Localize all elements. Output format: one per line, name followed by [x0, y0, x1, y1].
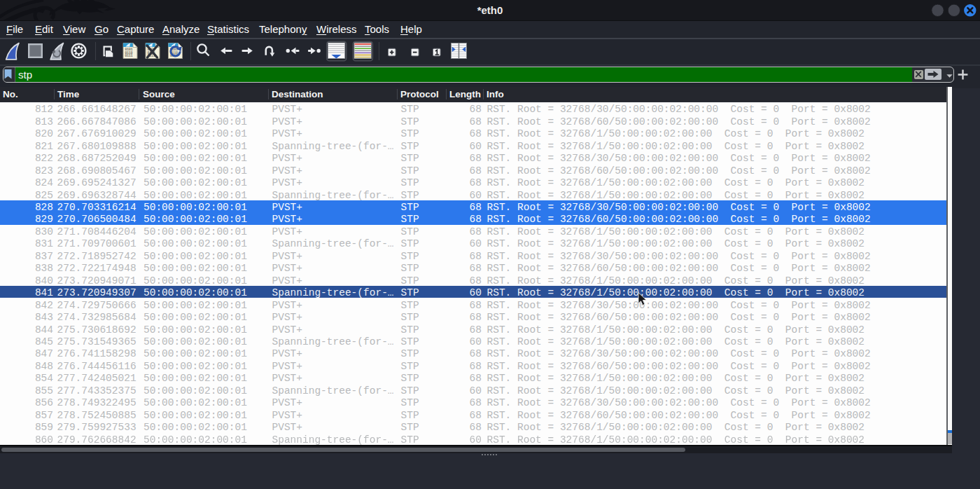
svg-text:0111: 0111 [125, 54, 133, 57]
